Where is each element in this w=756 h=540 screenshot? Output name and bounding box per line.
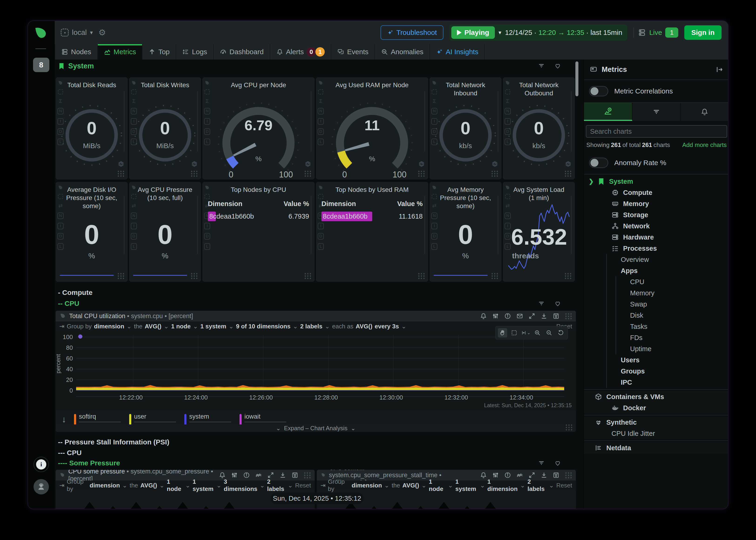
hsel-tool-button[interactable]: ⌄ bbox=[521, 328, 530, 338]
bell-icon[interactable] bbox=[480, 313, 487, 320]
info-icon[interactable] bbox=[504, 472, 511, 478]
tab-dashboard[interactable]: Dashboard bbox=[214, 44, 270, 60]
group-by-token[interactable]: 1 system bbox=[200, 323, 226, 330]
info-icon[interactable] bbox=[243, 472, 250, 478]
group-by-token[interactable]: AVG() bbox=[140, 482, 157, 489]
edge-L-icon[interactable]: L bbox=[204, 243, 210, 250]
tab-metrics[interactable]: Metrics bbox=[98, 44, 143, 60]
group-by-token[interactable]: the bbox=[392, 482, 400, 489]
troubleshoot-button[interactable]: Troubleshoot bbox=[381, 25, 444, 40]
expand-icon[interactable] bbox=[267, 472, 274, 478]
card-scrollbar[interactable] bbox=[498, 91, 498, 152]
group-by-token[interactable]: Group by bbox=[67, 478, 87, 492]
group-by-token[interactable]: 1 dimension bbox=[487, 478, 518, 492]
tab-top[interactable]: Top bbox=[142, 44, 176, 60]
tree-item-synthetic[interactable]: Synthetic bbox=[584, 417, 728, 428]
node-selector[interactable]: local ▾ ⚙ bbox=[61, 28, 106, 38]
hand-tool-button[interactable] bbox=[498, 328, 507, 338]
group-by-token[interactable]: the bbox=[130, 482, 138, 489]
drag-handle[interactable] bbox=[190, 273, 198, 280]
group-by-token[interactable]: the bbox=[134, 323, 142, 330]
tab-filters[interactable] bbox=[633, 103, 681, 121]
metric-correlations-toggle[interactable] bbox=[589, 86, 608, 96]
tree-item-netdata[interactable]: Netdata bbox=[584, 442, 728, 454]
tree-item-disk[interactable]: Disk bbox=[584, 310, 728, 321]
tab-charts[interactable] bbox=[584, 103, 633, 121]
chart-drag-handle[interactable] bbox=[565, 313, 572, 319]
space-badge[interactable]: 8 bbox=[33, 58, 49, 72]
card-total-network-outbound[interactable]: Total Network OutboundΣNIDL0kb/s bbox=[503, 77, 575, 180]
group-by-token[interactable]: 2 labels bbox=[267, 478, 285, 492]
drag-handle[interactable] bbox=[117, 170, 125, 177]
heart-icon[interactable] bbox=[554, 460, 561, 467]
netdata-logo-icon[interactable] bbox=[34, 26, 48, 41]
bell-icon[interactable] bbox=[219, 472, 226, 478]
tree-item-system[interactable]: ❯System bbox=[584, 176, 728, 187]
group-by-token[interactable]: 2 labels bbox=[527, 478, 546, 492]
card-scrollbar[interactable] bbox=[311, 91, 311, 152]
card-average-disk-i-o-pressure-10-sec-some-[interactable]: Average Disk I/O Pressure (10 sec, some)… bbox=[56, 182, 128, 282]
edge-N-icon[interactable]: N bbox=[431, 212, 437, 219]
card-scrollbar[interactable] bbox=[571, 91, 572, 152]
boxsel-tool-button[interactable] bbox=[509, 328, 519, 338]
edge-D-icon[interactable]: D bbox=[204, 233, 210, 239]
tree-item-containers-vms[interactable]: Containers & VMs bbox=[584, 391, 728, 402]
drag-handle[interactable] bbox=[564, 170, 572, 177]
card-avg-system-load-1-min-[interactable]: Avg System Load (1 min)⇄NIDL6.532threads bbox=[503, 182, 575, 282]
reset-tool-button[interactable] bbox=[556, 328, 565, 338]
filter-icon[interactable] bbox=[538, 460, 545, 467]
tree-item-compute[interactable]: Compute bbox=[584, 187, 728, 198]
tree-item-fds[interactable]: FDs bbox=[584, 332, 728, 343]
tab-alerts[interactable]: Alerts01 bbox=[270, 44, 331, 60]
filter-icon[interactable] bbox=[538, 300, 545, 307]
group-by-token[interactable]: dimension bbox=[94, 323, 124, 330]
heart-icon[interactable] bbox=[554, 300, 561, 307]
group-by-token[interactable]: Group by bbox=[67, 323, 92, 330]
tree-item-overview[interactable]: Overview bbox=[584, 254, 728, 265]
tree-item-cpu-idle-jitter[interactable]: CPU Idle Jitter bbox=[584, 428, 728, 439]
group-by-token[interactable]: 9 of 10 dimensions bbox=[236, 323, 290, 330]
compute-section-header[interactable]: - Compute bbox=[58, 289, 93, 297]
tree-item-apps[interactable]: Apps bbox=[584, 265, 728, 276]
card-scrollbar[interactable] bbox=[424, 91, 425, 152]
sliders-icon[interactable] bbox=[492, 472, 499, 478]
drag-handle[interactable] bbox=[304, 170, 312, 177]
user-avatar[interactable] bbox=[34, 479, 49, 494]
group-by-row[interactable]: ⇥Group bydimension⌄theAVG()⌄1 node⌄1 sys… bbox=[56, 480, 315, 490]
tree-item-groups[interactable]: Groups bbox=[584, 365, 728, 377]
tree-item-tasks[interactable]: Tasks bbox=[584, 321, 728, 332]
card-avg-cpu-per-node[interactable]: Avg CPU per NodeΣNIDL6.79%0100 bbox=[202, 77, 315, 180]
drag-handle[interactable] bbox=[304, 273, 312, 280]
psi-cpu-section-header[interactable]: --- CPU bbox=[58, 449, 82, 457]
drag-handle[interactable] bbox=[190, 170, 198, 177]
heart-icon[interactable] bbox=[554, 62, 561, 69]
filter-icon[interactable] bbox=[538, 62, 545, 69]
zout-tool-button[interactable] bbox=[544, 328, 554, 338]
card-avg-used-ram-per-node[interactable]: Avg Used RAM per NodeΣNIDL11%0100 bbox=[316, 77, 428, 180]
edge-N-icon[interactable]: N bbox=[131, 212, 137, 219]
drag-handle[interactable] bbox=[491, 170, 499, 177]
search-input[interactable] bbox=[586, 125, 727, 138]
tree-item-ipc[interactable]: IPC bbox=[584, 377, 728, 388]
down-icon[interactable] bbox=[279, 472, 286, 478]
card-scrollbar[interactable] bbox=[571, 196, 572, 254]
card-scrollbar[interactable] bbox=[124, 91, 124, 152]
card-total-disk-reads[interactable]: Total Disk ReadsΣNIDL0MiB/s bbox=[56, 77, 128, 180]
group-by-token[interactable]: AVG() bbox=[402, 482, 419, 489]
group-by-token[interactable]: dimension bbox=[90, 482, 120, 489]
group-by-token[interactable]: 2 labels bbox=[300, 323, 322, 330]
group-by-token[interactable]: each as bbox=[332, 323, 353, 330]
table-row[interactable]: 8cdeaa1b660b11.1618 bbox=[321, 211, 423, 221]
tree-item-network[interactable]: Network bbox=[584, 220, 728, 232]
expand-chart-analysis[interactable]: ⌄Expand – Chart Analysis⌄ bbox=[56, 424, 576, 432]
edge-I-icon[interactable]: I bbox=[318, 223, 324, 229]
table-row[interactable]: 8cdeaa1b660b6.7939 bbox=[208, 211, 309, 221]
tree-item-processes[interactable]: Processes bbox=[584, 243, 728, 254]
group-by-token[interactable]: 1 node bbox=[429, 478, 446, 492]
live-count-badge[interactable]: 1 bbox=[665, 28, 678, 38]
group-by-token[interactable]: 3 dimensions bbox=[224, 478, 257, 492]
down-icon[interactable] bbox=[540, 313, 547, 320]
chevron-down-icon[interactable]: ▾ bbox=[498, 29, 501, 36]
card-scrollbar[interactable] bbox=[197, 196, 198, 254]
tree-item-cpu[interactable]: CPU bbox=[584, 276, 728, 287]
